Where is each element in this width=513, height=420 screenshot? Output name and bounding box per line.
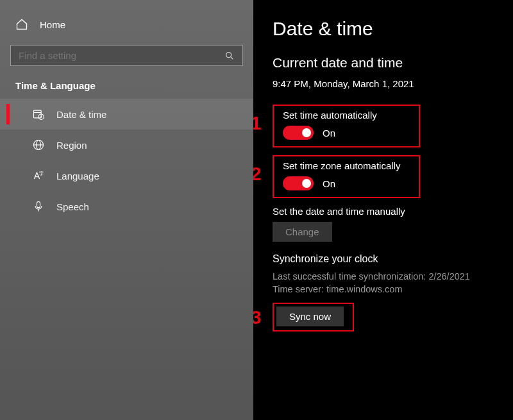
main-panel: Date & time Current date and time 9:47 P… — [253, 0, 513, 420]
search-input[interactable] — [19, 50, 224, 61]
annotation-box-1: 1 Set time automatically On — [273, 105, 420, 147]
svg-line-6 — [41, 117, 42, 117]
sync-heading: Synchronize your clock — [273, 253, 498, 265]
annotation-number-1: 1 — [253, 112, 262, 134]
sync-last: Last successful time synchronization: 2/… — [273, 270, 498, 283]
sidebar-item-label: Date & time — [56, 109, 106, 120]
sidebar-item-date-time[interactable]: Date & time — [0, 99, 253, 130]
set-tz-auto-state: On — [323, 178, 335, 189]
sidebar-item-region[interactable]: Region — [0, 130, 253, 160]
sync-now-button[interactable]: Sync now — [276, 307, 344, 326]
set-time-auto-state: On — [323, 128, 335, 139]
search-box[interactable] — [10, 45, 243, 66]
current-datetime-heading: Current date and time — [273, 55, 498, 71]
set-tz-auto-toggle[interactable] — [283, 176, 314, 190]
home-nav[interactable]: Home — [0, 13, 253, 36]
sidebar-item-label: Language — [56, 171, 99, 181]
calendar-clock-icon — [32, 108, 45, 121]
sync-clock-section: Synchronize your clock Last successful t… — [273, 253, 498, 332]
manual-datetime-label: Set the date and time manually — [273, 206, 498, 217]
search-icon — [224, 51, 235, 61]
svg-point-0 — [226, 52, 231, 57]
sidebar-item-label: Speech — [56, 201, 89, 212]
sidebar-section-title: Time & Language — [0, 75, 253, 99]
sync-server: Time server: time.windows.com — [273, 283, 498, 296]
change-datetime-button[interactable]: Change — [273, 222, 332, 242]
manual-datetime-block: Set the date and time manually Change — [273, 206, 498, 242]
home-label: Home — [40, 19, 65, 30]
svg-line-1 — [231, 57, 233, 59]
set-tz-auto-label: Set time zone automatically — [283, 160, 410, 171]
globe-icon — [32, 139, 45, 151]
home-icon — [15, 18, 28, 31]
microphone-icon — [32, 200, 45, 213]
language-icon: 字 — [32, 169, 45, 182]
page-title: Date & time — [273, 18, 498, 40]
current-datetime-value: 9:47 PM, Monday, March 1, 2021 — [273, 78, 498, 89]
set-time-auto-label: Set time automatically — [283, 110, 410, 121]
set-time-auto-toggle[interactable] — [283, 126, 314, 140]
annotation-number-2: 2 — [253, 163, 262, 185]
annotation-box-3: 3 Sync now — [273, 303, 354, 332]
annotation-number-3: 3 — [253, 307, 262, 328]
sidebar-item-speech[interactable]: Speech — [0, 191, 253, 222]
svg-text:字: 字 — [39, 171, 44, 176]
sidebar-item-label: Region — [56, 140, 87, 151]
annotation-box-2: 2 Set time zone automatically On — [273, 155, 420, 198]
svg-rect-12 — [37, 202, 40, 208]
sidebar-item-language[interactable]: 字 Language — [0, 160, 253, 191]
settings-sidebar: Home Time & Language Date & time Region … — [0, 0, 253, 420]
